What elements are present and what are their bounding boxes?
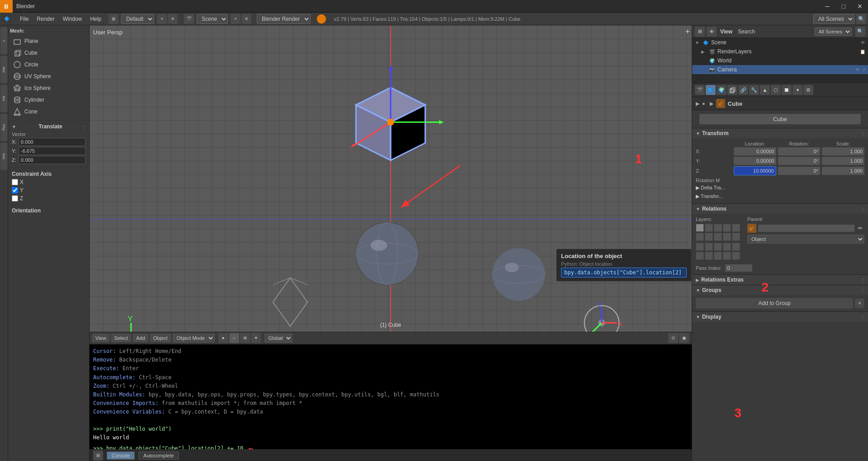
- transform-extra-row[interactable]: ▶ Transfor...: [696, 192, 864, 201]
- mesh-item-cube[interactable]: Cube: [10, 47, 87, 59]
- mesh-item-cone[interactable]: Cone: [10, 106, 87, 118]
- x-field[interactable]: [19, 138, 85, 146]
- layer-17[interactable]: [705, 252, 713, 260]
- toolbar-view[interactable]: View: [92, 334, 109, 342]
- workspace-selector[interactable]: Default: [121, 14, 154, 24]
- world-icon-btn[interactable]: 🌍: [717, 85, 726, 95]
- outliner-item-scene[interactable]: ▼ 🔷 Scene 👁: [692, 38, 868, 47]
- gre-tab[interactable]: Gre: [0, 143, 8, 170]
- z-rotation-input[interactable]: [778, 167, 821, 175]
- scene-selector[interactable]: Scene: [197, 14, 228, 24]
- y-location-input[interactable]: [734, 157, 776, 165]
- texture-icon-btn[interactable]: 🔲: [782, 85, 792, 95]
- scene-add-icon[interactable]: +: [231, 14, 241, 24]
- rendered-mode-icon[interactable]: ✦: [251, 333, 261, 343]
- transform-section-header[interactable]: ▼ Transform ::: [692, 128, 868, 138]
- relations-section-header[interactable]: ▼ Relations ::: [692, 204, 868, 214]
- search-scenes-select[interactable]: All Scenes: [813, 14, 854, 24]
- layer-8[interactable]: [714, 233, 722, 241]
- layer-15[interactable]: [732, 243, 740, 251]
- layer-18[interactable]: [714, 252, 722, 260]
- y-scale-input[interactable]: [822, 157, 864, 165]
- tools-tab[interactable]: T: [0, 27, 8, 54]
- layer-20[interactable]: [732, 252, 740, 260]
- y-constraint-checkbox[interactable]: [12, 187, 18, 193]
- search-right-icon[interactable]: 🔍: [855, 27, 865, 37]
- relations-extras-header[interactable]: ▶ Relations Extras ::: [692, 275, 868, 285]
- phy-tab[interactable]: Phy: [0, 114, 8, 141]
- constraints-icon-btn[interactable]: 🔗: [738, 85, 748, 95]
- add-to-group-button[interactable]: Add to Group: [696, 298, 853, 309]
- maximize-button[interactable]: □: [835, 0, 852, 13]
- add-to-group-plus[interactable]: +: [855, 298, 864, 308]
- layer-2[interactable]: [705, 224, 713, 232]
- layer-14[interactable]: [723, 243, 731, 251]
- console-tab-autocomplete[interactable]: Autocomplete: [138, 452, 179, 460]
- wireframe-mode-icon[interactable]: ○: [229, 333, 239, 343]
- scene-remove-icon[interactable]: ✕: [241, 14, 251, 24]
- material-mode-icon[interactable]: ⊕: [240, 333, 250, 343]
- mesh-item-plane[interactable]: Plane: [10, 35, 87, 47]
- 3d-viewport[interactable]: X Z X Y User Persp + (1) Cube 1: [90, 25, 692, 332]
- z-constraint-checkbox[interactable]: [12, 195, 18, 202]
- layer-13[interactable]: [714, 243, 722, 251]
- search-icon[interactable]: 🔍: [856, 14, 866, 24]
- layer-10[interactable]: [732, 233, 740, 241]
- y-rotation-input[interactable]: [778, 157, 821, 165]
- layer-4[interactable]: [723, 224, 731, 232]
- ani-tab[interactable]: Ani: [0, 85, 8, 112]
- toolbar-add[interactable]: Add: [133, 334, 148, 342]
- menu-help[interactable]: Help: [86, 14, 105, 24]
- physics-icon-btn[interactable]: ⚙: [803, 85, 813, 95]
- delta-transform-row[interactable]: ▶ Delta Tra...: [696, 183, 864, 192]
- render-icon-btn[interactable]: 🎬: [695, 85, 705, 95]
- snap-icon[interactable]: ⊙: [668, 333, 678, 343]
- minimize-button[interactable]: ─: [819, 0, 835, 13]
- scene-icon-btn[interactable]: 🔷: [706, 85, 716, 95]
- outliner-item-camera[interactable]: 📷 Camera 👁 ↗: [692, 65, 868, 74]
- toolbar-object[interactable]: Object: [150, 334, 171, 342]
- x-scale-input[interactable]: [822, 147, 864, 155]
- close-button[interactable]: ✕: [852, 0, 868, 13]
- layer-16[interactable]: [696, 252, 704, 260]
- material-icon-btn[interactable]: ⬡: [771, 85, 781, 95]
- proportional-icon[interactable]: ◉: [679, 333, 689, 343]
- object-icon-btn[interactable]: [727, 85, 737, 95]
- layer-5[interactable]: [732, 224, 740, 232]
- layer-7[interactable]: [705, 233, 713, 241]
- particles-icon-btn[interactable]: ✦: [793, 85, 802, 95]
- z-location-input[interactable]: [734, 166, 776, 175]
- menu-render[interactable]: Render: [33, 14, 58, 24]
- modifiers-icon-btn[interactable]: 🔧: [749, 85, 759, 95]
- console-tab-console[interactable]: Console: [107, 452, 135, 460]
- data-icon-btn[interactable]: ▲: [760, 85, 770, 95]
- y-field[interactable]: [19, 147, 85, 155]
- solid-mode-icon[interactable]: ●: [218, 333, 228, 343]
- console-icon[interactable]: ⊞: [93, 451, 103, 461]
- layer-19[interactable]: [723, 252, 731, 260]
- outliner-view-btn[interactable]: 👁: [707, 27, 717, 37]
- object-name-input[interactable]: [699, 114, 861, 124]
- workspace-remove-icon[interactable]: ✕: [168, 14, 178, 24]
- parent-input[interactable]: [758, 225, 854, 232]
- x-constraint-checkbox[interactable]: [12, 179, 18, 185]
- engine-selector[interactable]: Blender Render: [257, 14, 311, 24]
- pass-index-input[interactable]: [725, 264, 752, 272]
- global-select[interactable]: Global: [264, 334, 292, 343]
- layer-9[interactable]: [723, 233, 731, 241]
- all-scenes-select[interactable]: All Scenes: [815, 28, 852, 36]
- layer-12[interactable]: [705, 243, 713, 251]
- mesh-item-uvsphere[interactable]: UV Sphere: [10, 71, 87, 82]
- layer-11[interactable]: [696, 243, 704, 251]
- workspace-add-icon[interactable]: +: [157, 14, 167, 24]
- layer-6[interactable]: [696, 233, 704, 241]
- layer-3[interactable]: [714, 224, 722, 232]
- object-mode-select[interactable]: Object Mode: [173, 334, 215, 343]
- menu-file[interactable]: File: [16, 14, 32, 24]
- outliner-item-world[interactable]: 🌍 World: [692, 56, 868, 65]
- parent-picker-icon[interactable]: ✏: [856, 224, 864, 232]
- mesh-item-icosphere[interactable]: Ico Sphere: [10, 82, 87, 94]
- z-scale-input[interactable]: [822, 167, 864, 175]
- viewport-plus-button[interactable]: +: [685, 27, 690, 37]
- outliner-icon-btn[interactable]: ⊞: [695, 27, 705, 37]
